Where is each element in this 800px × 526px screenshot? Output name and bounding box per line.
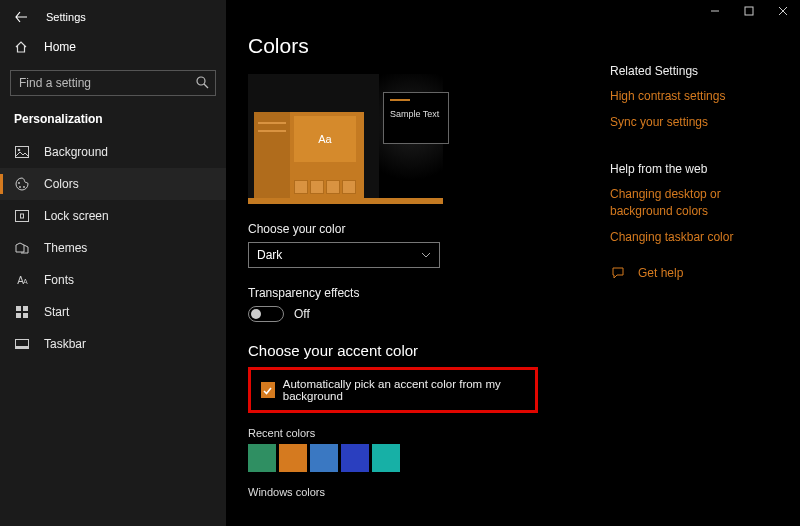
svg-rect-2 <box>16 147 29 158</box>
color-preview: Aa Sample Text <box>248 74 443 204</box>
svg-rect-9 <box>16 306 21 311</box>
close-button[interactable] <box>766 0 800 22</box>
minimize-button[interactable] <box>698 0 732 22</box>
link-high-contrast[interactable]: High contrast settings <box>610 88 778 104</box>
back-icon[interactable] <box>14 10 28 24</box>
auto-accent-label: Automatically pick an accent color from … <box>283 378 525 402</box>
color-swatch[interactable] <box>248 444 276 472</box>
search-icon <box>195 75 209 89</box>
sidebar-item-lockscreen[interactable]: Lock screen <box>0 200 226 232</box>
color-swatch[interactable] <box>341 444 369 472</box>
window-controls <box>698 0 800 22</box>
preview-start-menu: Aa <box>254 112 364 198</box>
sidebar: Settings Home Personalization Background… <box>0 0 226 526</box>
choose-color-select[interactable]: Dark <box>248 242 440 268</box>
svg-rect-8 <box>21 214 24 218</box>
preview-sample-text: Sample Text <box>390 109 439 119</box>
svg-rect-12 <box>23 313 28 318</box>
preview-taskbar <box>248 198 443 204</box>
choose-color-value: Dark <box>257 248 282 262</box>
sidebar-category: Personalization <box>0 106 226 136</box>
sidebar-home[interactable]: Home <box>0 30 226 64</box>
maximize-button[interactable] <box>732 0 766 22</box>
svg-rect-16 <box>745 7 753 15</box>
get-help-label: Get help <box>638 266 683 280</box>
link-changing-bg-colors[interactable]: Changing desktop or background colors <box>610 186 778 218</box>
preview-window: Sample Text <box>383 92 449 144</box>
recent-colors-label: Recent colors <box>248 427 588 439</box>
fonts-icon: AA <box>14 275 30 286</box>
svg-rect-14 <box>16 346 29 349</box>
home-label: Home <box>44 40 76 54</box>
link-sync-settings[interactable]: Sync your settings <box>610 114 778 130</box>
content-column: Colors Aa Sample Text Choose your color … <box>226 0 588 526</box>
search-input[interactable] <box>10 70 216 96</box>
start-grid-icon <box>14 306 30 318</box>
transparency-state: Off <box>294 307 310 321</box>
svg-point-3 <box>18 149 21 152</box>
link-changing-taskbar-color[interactable]: Changing taskbar color <box>610 229 778 245</box>
main-area: Colors Aa Sample Text Choose your color … <box>226 0 800 526</box>
sidebar-item-label: Lock screen <box>44 209 109 223</box>
sidebar-item-label: Taskbar <box>44 337 86 351</box>
auto-accent-highlight: Automatically pick an accent color from … <box>248 367 538 413</box>
related-settings-heading: Related Settings <box>610 64 778 78</box>
search-box[interactable] <box>10 70 216 96</box>
lock-frame-icon <box>14 210 30 222</box>
sidebar-item-colors[interactable]: Colors <box>0 168 226 200</box>
palette-icon <box>14 177 30 191</box>
auto-accent-checkbox[interactable] <box>261 382 275 398</box>
chevron-down-icon <box>421 252 431 258</box>
choose-color-label: Choose your color <box>248 222 588 236</box>
svg-point-4 <box>18 182 20 184</box>
picture-icon <box>14 146 30 158</box>
recent-colors-row <box>248 444 588 472</box>
svg-point-5 <box>19 186 21 188</box>
sidebar-item-label: Themes <box>44 241 87 255</box>
accent-heading: Choose your accent color <box>248 342 588 359</box>
sidebar-item-label: Start <box>44 305 69 319</box>
sidebar-item-fonts[interactable]: AA Fonts <box>0 264 226 296</box>
sidebar-item-taskbar[interactable]: Taskbar <box>0 328 226 360</box>
transparency-label: Transparency effects <box>248 286 588 300</box>
taskbar-icon <box>14 339 30 349</box>
page-title: Colors <box>248 34 588 58</box>
windows-colors-label: Windows colors <box>248 486 588 498</box>
themes-icon <box>14 242 30 254</box>
svg-rect-11 <box>16 313 21 318</box>
svg-point-6 <box>23 186 25 188</box>
sidebar-item-themes[interactable]: Themes <box>0 232 226 264</box>
chat-icon <box>610 265 626 281</box>
sidebar-item-background[interactable]: Background <box>0 136 226 168</box>
color-swatch[interactable] <box>279 444 307 472</box>
right-column: Related Settings High contrast settings … <box>588 0 798 526</box>
svg-line-1 <box>204 84 208 88</box>
get-help-link[interactable]: Get help <box>610 265 778 281</box>
window-title: Settings <box>46 11 86 23</box>
color-swatch[interactable] <box>372 444 400 472</box>
transparency-toggle[interactable] <box>248 306 284 322</box>
svg-point-0 <box>197 77 205 85</box>
sidebar-item-label: Fonts <box>44 273 74 287</box>
sidebar-item-label: Colors <box>44 177 79 191</box>
sidebar-header: Settings <box>0 0 226 30</box>
sidebar-item-start[interactable]: Start <box>0 296 226 328</box>
check-icon <box>262 385 273 396</box>
color-swatch[interactable] <box>310 444 338 472</box>
help-web-heading: Help from the web <box>610 162 778 176</box>
svg-rect-10 <box>23 306 28 311</box>
home-icon <box>14 40 30 54</box>
sidebar-item-label: Background <box>44 145 108 159</box>
svg-rect-7 <box>16 211 29 222</box>
